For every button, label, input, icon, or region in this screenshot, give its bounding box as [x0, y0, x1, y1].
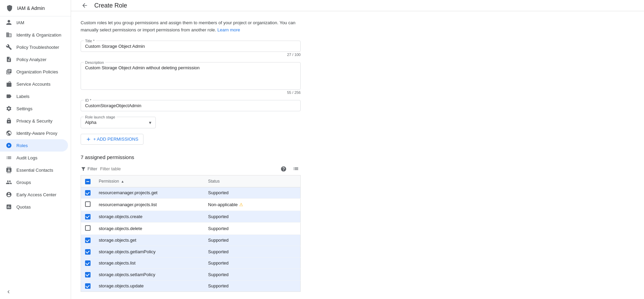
row-checkbox-cell [81, 280, 95, 292]
back-button[interactable] [79, 0, 90, 11]
row-checkbox-cell [81, 199, 95, 211]
role-launch-select[interactable]: Role launch stage Alpha ▾ [81, 117, 156, 128]
row-permission: resourcemanager.projects.get [95, 187, 204, 199]
row-status: Supported [204, 187, 301, 199]
sidebar-item-identity-aware-proxy[interactable]: Identity-Aware Proxy [0, 127, 68, 139]
main-body: Custom roles let you group permissions a… [71, 11, 310, 299]
business-icon [5, 31, 12, 38]
sidebar-item-groups[interactable]: Groups [0, 176, 68, 188]
sidebar-item-roles[interactable]: Roles [0, 139, 68, 152]
sidebar-item-privacy-security[interactable]: Privacy & Security [0, 115, 68, 127]
row-checkbox[interactable] [85, 190, 91, 196]
select-all-checkbox[interactable] [85, 179, 91, 184]
title-input[interactable] [85, 44, 296, 49]
sidebar-title: IAM & Admin [17, 5, 45, 11]
sidebar-item-quotas-label: Quotas [16, 204, 31, 210]
columns-icon-button[interactable] [291, 164, 301, 174]
id-input[interactable] [85, 103, 296, 108]
row-checkbox[interactable] [85, 238, 91, 243]
sidebar-item-quotas[interactable]: Quotas [0, 201, 68, 213]
description-field-container: Description Custom Storage Object Admin … [81, 62, 301, 90]
description-counter: 55 / 256 [81, 90, 301, 95]
sidebar-item-org-policies[interactable]: Organization Policies [0, 66, 68, 78]
row-permission: storage.objects.update [95, 280, 204, 292]
sidebar-item-early-access[interactable]: Early Access Center [0, 188, 68, 201]
id-field-container: ID * [81, 100, 301, 111]
row-checkbox[interactable] [85, 260, 91, 266]
gear-icon [5, 105, 12, 112]
main-content: Create Role Custom roles let you group p… [71, 0, 644, 299]
warning-icon: ⚠ [239, 202, 243, 207]
add-permissions-button[interactable]: + ADD PERMISSIONS [81, 134, 143, 145]
description-input[interactable]: Custom Storage Object Admin without dele… [85, 65, 296, 86]
learn-more-link[interactable]: Learn more [217, 27, 240, 32]
row-permission: storage.objects.get [95, 234, 204, 246]
row-checkbox-cell [81, 269, 95, 281]
chevron-down-icon: ▾ [149, 120, 151, 125]
title-label: Title * [84, 39, 96, 43]
sidebar-item-audit-logs[interactable]: Audit Logs [0, 152, 68, 164]
sidebar-item-policy-analyzer[interactable]: Policy Analyzer [0, 53, 68, 66]
sidebar-item-iam[interactable]: IAM [0, 16, 68, 29]
role-launch-label: Role launch stage [84, 115, 117, 119]
title-field: Title * 27 / 100 [81, 41, 301, 57]
row-checkbox[interactable] [85, 225, 91, 231]
sidebar-item-settings[interactable]: Settings [0, 102, 68, 115]
row-checkbox[interactable] [85, 214, 91, 219]
add-permissions-label: + ADD PERMISSIONS [93, 137, 138, 142]
sidebar-item-privacy-security-label: Privacy & Security [16, 118, 52, 124]
filter-table-input[interactable] [100, 166, 276, 171]
sidebar-item-org-policies-label: Organization Policies [16, 69, 58, 74]
row-permission: storage.objects.delete [95, 222, 204, 234]
sidebar-collapse-button[interactable] [0, 285, 71, 299]
sidebar: IAM & Admin IAM Identity & Organization … [0, 0, 71, 299]
sidebar-item-labels[interactable]: Labels [0, 90, 68, 102]
lock-icon [5, 117, 12, 124]
sidebar-item-identity-aware-proxy-label: Identity-Aware Proxy [16, 131, 57, 136]
sidebar-item-service-accounts[interactable]: Service Accounts [0, 78, 68, 90]
row-checkbox-cell [81, 257, 95, 269]
main-header: Create Role [71, 0, 644, 11]
tag-icon [5, 93, 12, 100]
badge-icon [5, 81, 12, 87]
row-checkbox[interactable] [85, 201, 91, 207]
sidebar-item-essential-contacts[interactable]: Essential Contacts [0, 164, 68, 176]
row-status: Supported [204, 246, 301, 258]
troubleshoot-icon [5, 44, 12, 51]
sidebar-item-iam-label: IAM [16, 20, 24, 25]
permissions-title: 7 assigned permissions [81, 154, 301, 160]
row-checkbox[interactable] [85, 249, 91, 255]
row-checkbox[interactable] [85, 272, 91, 277]
table-row: storage.objects.setIamPolicySupported [81, 269, 301, 281]
sidebar-item-essential-contacts-label: Essential Contacts [16, 168, 53, 173]
help-icon-button[interactable] [279, 164, 288, 174]
contacts-icon [5, 167, 12, 173]
sidebar-item-policy-troubleshooter[interactable]: Policy Troubleshooter [0, 41, 68, 53]
row-permission: storage.objects.create [95, 211, 204, 223]
table-row: storage.objects.deleteSupported [81, 222, 301, 234]
row-permission: resourcemanager.projects.list [95, 199, 204, 211]
row-checkbox[interactable] [85, 283, 91, 289]
filter-label: Filter [87, 166, 97, 171]
table-row: resourcemanager.projects.getSupported [81, 187, 301, 199]
roles-icon [5, 142, 12, 149]
sidebar-item-identity-org-label: Identity & Organization [16, 32, 61, 38]
person-circle-icon [5, 191, 12, 198]
row-status: Supported [204, 211, 301, 223]
role-launch-value: Alpha [85, 120, 149, 125]
filter-button[interactable]: Filter [81, 166, 97, 172]
sidebar-item-identity-org[interactable]: Identity & Organization [0, 29, 68, 41]
table-row: storage.objects.createSupported [81, 211, 301, 223]
sort-icon: ▲ [121, 180, 124, 183]
row-checkbox-cell [81, 246, 95, 258]
title-field-container: Title * [81, 41, 301, 52]
group-icon [5, 179, 12, 186]
row-checkbox-cell [81, 211, 95, 223]
id-field: ID * [81, 100, 301, 111]
row-permission: storage.objects.getIamPolicy [95, 246, 204, 258]
shield-icon [5, 4, 14, 12]
column-header-permission[interactable]: Permission ▲ [95, 175, 204, 187]
person-icon [5, 19, 12, 26]
proxy-icon [5, 130, 12, 137]
permissions-section: 7 assigned permissions Filter [81, 154, 301, 292]
